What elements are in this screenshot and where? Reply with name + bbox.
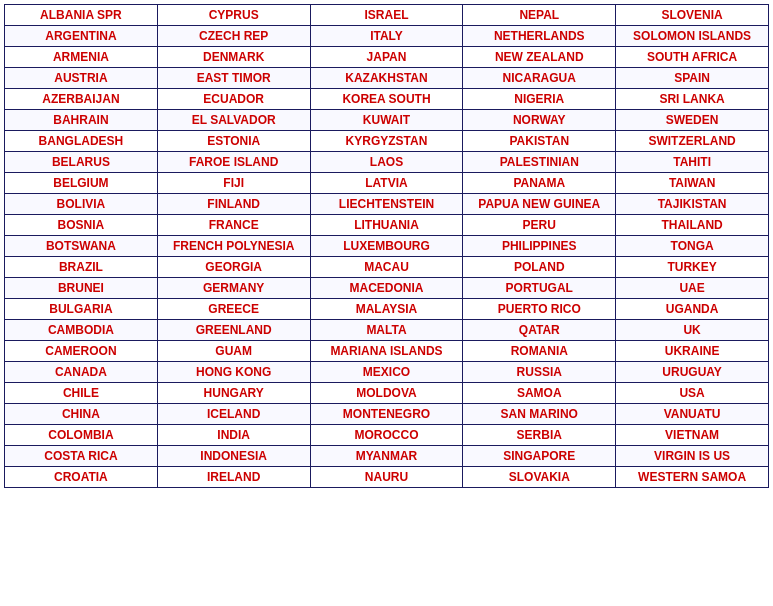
table-cell: ARGENTINA [5, 26, 158, 47]
table-row: CAMEROONGUAMMARIANA ISLANDSROMANIAUKRAIN… [5, 341, 769, 362]
table-cell: HONG KONG [157, 362, 310, 383]
table-cell: BOTSWANA [5, 236, 158, 257]
table-cell: MOROCCO [310, 425, 463, 446]
table-cell: PORTUGAL [463, 278, 616, 299]
table-cell: ICELAND [157, 404, 310, 425]
table-cell: BELARUS [5, 152, 158, 173]
table-cell: UKRAINE [616, 341, 769, 362]
table-cell: QATAR [463, 320, 616, 341]
table-cell: TAJIKISTAN [616, 194, 769, 215]
table-cell: FAROE ISLAND [157, 152, 310, 173]
table-row: BOLIVIAFINLANDLIECHTENSTEINPAPUA NEW GUI… [5, 194, 769, 215]
table-cell: KYRGYZSTAN [310, 131, 463, 152]
table-cell: MONTENEGRO [310, 404, 463, 425]
table-cell: SLOVAKIA [463, 467, 616, 488]
table-cell: MEXICO [310, 362, 463, 383]
table-cell: CZECH REP [157, 26, 310, 47]
table-cell: ITALY [310, 26, 463, 47]
table-cell: TAHITI [616, 152, 769, 173]
table-row: CROATIAIRELANDNAURUSLOVAKIAWESTERN SAMOA [5, 467, 769, 488]
table-row: BAHRAINEL SALVADORKUWAITNORWAYSWEDEN [5, 110, 769, 131]
table-cell: POLAND [463, 257, 616, 278]
table-row: CANADAHONG KONGMEXICORUSSIAURUGUAY [5, 362, 769, 383]
table-cell: SOLOMON ISLANDS [616, 26, 769, 47]
table-cell: SRI LANKA [616, 89, 769, 110]
table-cell: CHILE [5, 383, 158, 404]
table-cell: NICARAGUA [463, 68, 616, 89]
table-cell: JAPAN [310, 47, 463, 68]
table-cell: SLOVENIA [616, 5, 769, 26]
table-cell: MALTA [310, 320, 463, 341]
table-cell: AUSTRIA [5, 68, 158, 89]
table-cell: BOSNIA [5, 215, 158, 236]
table-row: ARMENIADENMARKJAPANNEW ZEALANDSOUTH AFRI… [5, 47, 769, 68]
table-cell: URUGUAY [616, 362, 769, 383]
table-cell: KUWAIT [310, 110, 463, 131]
table-cell: PANAMA [463, 173, 616, 194]
table-cell: NEPAL [463, 5, 616, 26]
table-row: COSTA RICAINDONESIAMYANMARSINGAPOREVIRGI… [5, 446, 769, 467]
table-cell: EAST TIMOR [157, 68, 310, 89]
table-cell: NAURU [310, 467, 463, 488]
table-cell: TURKEY [616, 257, 769, 278]
table-cell: BRAZIL [5, 257, 158, 278]
countries-table: ALBANIA SPRCYPRUSISRAELNEPALSLOVENIAARGE… [4, 4, 769, 488]
table-row: CHINAICELANDMONTENEGROSAN MARINOVANUATU [5, 404, 769, 425]
table-cell: MACEDONIA [310, 278, 463, 299]
table-cell: NORWAY [463, 110, 616, 131]
table-cell: MARIANA ISLANDS [310, 341, 463, 362]
table-cell: INDIA [157, 425, 310, 446]
table-cell: PAKISTAN [463, 131, 616, 152]
table-cell: ECUADOR [157, 89, 310, 110]
table-cell: IRELAND [157, 467, 310, 488]
table-row: ALBANIA SPRCYPRUSISRAELNEPALSLOVENIA [5, 5, 769, 26]
table-cell: ROMANIA [463, 341, 616, 362]
table-row: BOSNIAFRANCELITHUANIAPERUTHAILAND [5, 215, 769, 236]
table-cell: BOLIVIA [5, 194, 158, 215]
table-cell: SERBIA [463, 425, 616, 446]
table-cell: SOUTH AFRICA [616, 47, 769, 68]
table-cell: PERU [463, 215, 616, 236]
table-cell: HUNGARY [157, 383, 310, 404]
table-cell: FRANCE [157, 215, 310, 236]
table-row: AUSTRIAEAST TIMORKAZAKHSTANNICARAGUASPAI… [5, 68, 769, 89]
table-cell: MACAU [310, 257, 463, 278]
table-cell: MALAYSIA [310, 299, 463, 320]
table-cell: RUSSIA [463, 362, 616, 383]
table-cell: FRENCH POLYNESIA [157, 236, 310, 257]
table-cell: EL SALVADOR [157, 110, 310, 131]
table-row: COLOMBIAINDIAMOROCCOSERBIAVIETNAM [5, 425, 769, 446]
table-cell: ARMENIA [5, 47, 158, 68]
table-row: AZERBAIJANECUADORKOREA SOUTHNIGERIASRI L… [5, 89, 769, 110]
table-row: BOTSWANAFRENCH POLYNESIALUXEMBOURGPHILIP… [5, 236, 769, 257]
table-cell: NIGERIA [463, 89, 616, 110]
table-cell: BANGLADESH [5, 131, 158, 152]
table-cell: CAMEROON [5, 341, 158, 362]
table-cell: FIJI [157, 173, 310, 194]
table-cell: SAMOA [463, 383, 616, 404]
table-cell: SWEDEN [616, 110, 769, 131]
table-row: CAMBODIAGREENLANDMALTAQATARUK [5, 320, 769, 341]
table-cell: NETHERLANDS [463, 26, 616, 47]
table-cell: UGANDA [616, 299, 769, 320]
table-cell: SPAIN [616, 68, 769, 89]
table-cell: VIRGIN IS US [616, 446, 769, 467]
table-cell: SAN MARINO [463, 404, 616, 425]
table-cell: GUAM [157, 341, 310, 362]
table-cell: GERMANY [157, 278, 310, 299]
table-cell: FINLAND [157, 194, 310, 215]
table-row: BRAZILGEORGIAMACAUPOLANDTURKEY [5, 257, 769, 278]
table-row: ARGENTINACZECH REPITALYNETHERLANDSSOLOMO… [5, 26, 769, 47]
table-cell: PAPUA NEW GUINEA [463, 194, 616, 215]
table-cell: TONGA [616, 236, 769, 257]
table-cell: COSTA RICA [5, 446, 158, 467]
table-cell: USA [616, 383, 769, 404]
table-cell: BELGIUM [5, 173, 158, 194]
table-cell: UAE [616, 278, 769, 299]
table-cell: WESTERN SAMOA [616, 467, 769, 488]
table-cell: LATVIA [310, 173, 463, 194]
table-cell: VIETNAM [616, 425, 769, 446]
table-cell: DENMARK [157, 47, 310, 68]
table-cell: LAOS [310, 152, 463, 173]
table-cell: KAZAKHSTAN [310, 68, 463, 89]
